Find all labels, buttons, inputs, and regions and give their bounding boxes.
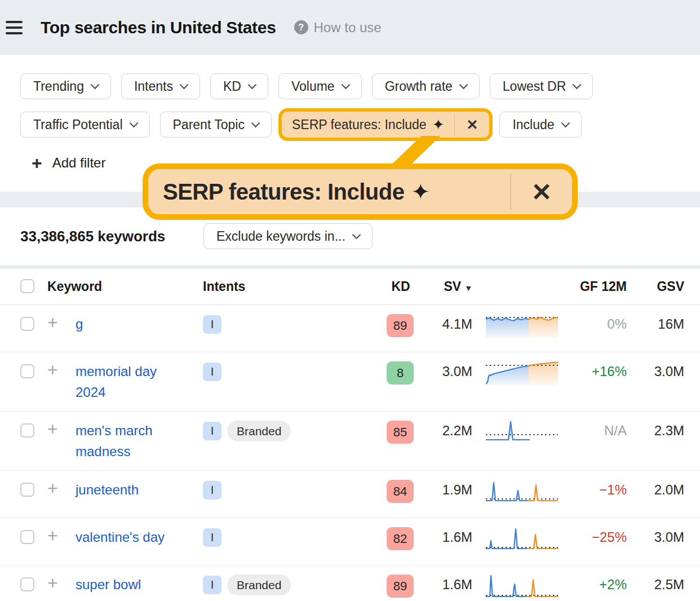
filter-chip-trending[interactable]: Trending <box>20 73 111 99</box>
filters-row-2: Traffic Potential Parent Topic SERP feat… <box>20 112 582 138</box>
exclude-keywords-label: Exclude keywords in... <box>216 229 345 244</box>
row-checkbox[interactable] <box>20 364 34 378</box>
chevron-down-icon <box>129 118 138 127</box>
close-icon-button[interactable]: ✕ <box>511 177 572 207</box>
gsv-value: 3.0M <box>627 352 684 390</box>
sparkle-icon: ✦ <box>411 180 430 203</box>
keyword-link[interactable]: memorial day 2024 <box>76 364 157 400</box>
column-header-intents[interactable]: Intents <box>203 279 387 294</box>
gf-value: −25% <box>558 518 627 556</box>
filter-chip-parent-topic[interactable]: Parent Topic <box>160 112 272 138</box>
filter-chip-include[interactable]: Include <box>499 112 581 138</box>
sv-trend-sparkline <box>486 419 558 444</box>
serp-chip-label: SERP features: Include <box>292 117 427 132</box>
row-checkbox[interactable] <box>20 530 34 544</box>
filter-chip-growth-rate[interactable]: Growth rate <box>372 73 480 99</box>
row-checkbox[interactable] <box>20 577 34 591</box>
row-left-pad <box>0 305 20 322</box>
sv-trend-cell <box>472 471 558 518</box>
filter-chip-volume[interactable]: Volume <box>278 73 362 99</box>
add-keyword-icon[interactable]: + <box>47 419 58 439</box>
add-keyword-icon[interactable]: + <box>47 360 58 380</box>
gsv-value: 2.5M <box>627 565 684 601</box>
column-header-kd[interactable]: KD <box>387 279 415 294</box>
sv-trend-sparkline <box>486 313 558 338</box>
intent-badge-informational: I <box>203 363 221 381</box>
intents-cell: IBranded <box>203 412 387 450</box>
sv-trend-cell <box>472 352 558 399</box>
chevron-down-icon <box>459 80 468 89</box>
column-header-gf[interactable]: GF 12M <box>558 279 627 294</box>
intents-cell: I <box>203 352 387 390</box>
gsv-value: 2.3M <box>627 412 684 449</box>
table-row: + memorial day 2024 I 8 3.0M +16% 3.0M <box>0 352 700 412</box>
gsv-value: 3.0M <box>627 518 684 556</box>
kd-badge: 84 <box>387 480 414 503</box>
page-title: Top searches in United States <box>41 18 276 37</box>
add-keyword-icon[interactable]: + <box>47 573 58 593</box>
gf-value: N/A <box>558 412 627 449</box>
gf-value: 0% <box>558 305 627 343</box>
how-to-use-link[interactable]: ? How to use <box>294 20 382 36</box>
row-left-pad <box>0 412 20 428</box>
keyword-link[interactable]: valentine's day <box>76 529 165 545</box>
sv-value: 3.0M <box>415 352 472 390</box>
sv-trend-sparkline <box>486 360 558 385</box>
callout-label: SERP features: Include <box>163 179 404 205</box>
row-left-pad <box>0 471 20 488</box>
row-checkbox[interactable] <box>20 423 34 438</box>
add-keyword-icon[interactable]: + <box>47 525 58 546</box>
sv-trend-sparkline <box>486 479 558 503</box>
sv-value: 4.1M <box>415 305 472 343</box>
gsv-value: 16M <box>627 305 684 343</box>
filter-chip-lowest-dr[interactable]: Lowest DR <box>490 73 593 99</box>
kd-badge: 89 <box>387 575 414 598</box>
chevron-down-icon <box>251 118 260 127</box>
column-header-sv[interactable]: SV▼ <box>415 279 472 294</box>
intents-cell: I <box>203 471 387 508</box>
gf-value: +2% <box>558 565 627 601</box>
gsv-value: 2.0M <box>627 471 684 509</box>
exclude-keywords-button[interactable]: Exclude keywords in... <box>203 223 373 249</box>
filter-chip-label: Growth rate <box>385 79 453 94</box>
add-filter-button[interactable]: + Add filter <box>32 154 105 172</box>
keyword-link[interactable]: men's march madness <box>76 423 153 459</box>
column-header-keyword[interactable]: Keyword <box>47 279 203 294</box>
intents-cell: I <box>203 518 387 555</box>
sv-value: 2.2M <box>415 412 472 449</box>
chevron-down-icon <box>352 230 361 239</box>
intent-badge-informational: I <box>203 528 221 547</box>
sv-trend-sparkline <box>486 573 558 598</box>
row-checkbox[interactable] <box>20 483 34 497</box>
table-row: + super bowl IBranded 89 1.6M +2% 2.5M <box>0 565 700 601</box>
kd-badge: 8 <box>387 361 414 385</box>
sv-trend-cell <box>472 565 558 601</box>
question-icon: ? <box>294 20 308 34</box>
column-header-gsv[interactable]: GSV <box>627 279 684 294</box>
add-keyword-icon[interactable]: + <box>47 478 58 498</box>
filter-chip-traffic-potential[interactable]: Traffic Potential <box>20 112 150 138</box>
serp-features-callout: SERP features: Include ✦ ✕ <box>143 163 578 220</box>
kd-badge: 82 <box>387 527 414 550</box>
sv-trend-cell <box>472 518 558 565</box>
row-left-pad <box>0 352 20 369</box>
filter-chip-serp-features[interactable]: SERP features: Include ✦ ✕ <box>282 112 489 138</box>
filter-chip-kd[interactable]: KD <box>210 73 268 99</box>
filter-chip-label: Volume <box>291 79 335 94</box>
plus-icon: + <box>32 154 42 172</box>
keyword-link[interactable]: g <box>76 316 83 332</box>
chevron-down-icon <box>180 80 189 89</box>
filters-row-2-pre: Traffic Potential Parent Topic <box>20 112 272 138</box>
keyword-link[interactable]: super bowl <box>76 577 141 592</box>
filter-chip-intents[interactable]: Intents <box>121 73 200 99</box>
row-checkbox[interactable] <box>20 317 34 331</box>
sv-value: 1.6M <box>415 518 472 556</box>
row-left-pad <box>0 518 20 535</box>
table-row: + valentine's day I 82 1.6M −25% 3.0M <box>0 518 700 565</box>
keyword-link[interactable]: juneteenth <box>76 482 139 497</box>
add-keyword-icon[interactable]: + <box>47 312 58 333</box>
close-icon[interactable]: ✕ <box>460 117 484 133</box>
select-all-checkbox[interactable] <box>20 279 34 293</box>
sv-trend-cell <box>472 305 558 352</box>
menu-icon[interactable] <box>6 21 23 34</box>
